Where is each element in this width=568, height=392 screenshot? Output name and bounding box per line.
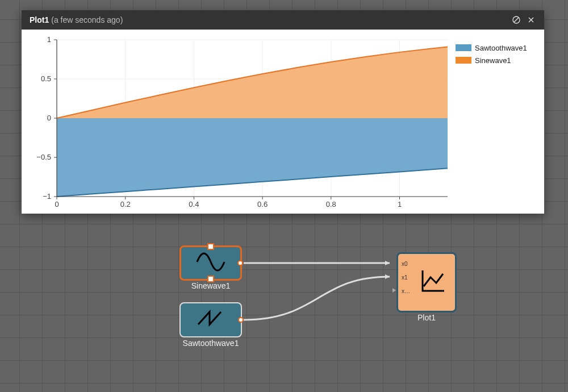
plot-icon — [417, 266, 448, 299]
sine-wave-icon — [195, 251, 227, 276]
chart-svg: 00.20.40.60.8110.50−0.5−1Sawtoothwave1Si… — [22, 30, 544, 214]
svg-text:−1: −1 — [43, 192, 51, 201]
input-port-x1-label: x1 — [402, 274, 408, 281]
svg-text:Sinewave1: Sinewave1 — [475, 56, 511, 65]
node-label: Sawtoothwave1 — [165, 339, 256, 348]
selection-handle-top[interactable] — [207, 243, 214, 250]
svg-text:0.4: 0.4 — [189, 200, 199, 208]
svg-text:0.8: 0.8 — [326, 200, 336, 208]
node-plot[interactable]: x0 x1 x… Plot1 — [396, 252, 457, 312]
panel-header[interactable]: Plot1 (a few seconds ago) — [22, 10, 544, 30]
node-sawtoothwave[interactable]: Sawtoothwave1 — [179, 302, 242, 337]
svg-text:0: 0 — [55, 200, 59, 208]
plot-panel[interactable]: Plot1 (a few seconds ago) 00.20.40.60.81… — [22, 10, 544, 214]
svg-text:Sawtoothwave1: Sawtoothwave1 — [475, 44, 527, 52]
svg-line-1 — [514, 18, 519, 22]
node-label: Sinewave1 — [165, 281, 256, 290]
input-port-xrest-label: x… — [402, 288, 410, 294]
svg-marker-43 — [385, 261, 390, 265]
svg-rect-39 — [456, 44, 471, 51]
node-label: Plot1 — [381, 313, 472, 322]
svg-text:0.2: 0.2 — [120, 200, 131, 208]
output-port[interactable] — [237, 260, 243, 266]
svg-marker-44 — [385, 274, 390, 279]
svg-text:1: 1 — [47, 35, 51, 44]
svg-text:1: 1 — [398, 200, 402, 208]
svg-text:0: 0 — [47, 114, 51, 122]
input-port-x0-label: x0 — [402, 261, 408, 267]
close-icon[interactable] — [524, 12, 538, 27]
chart-area[interactable]: 00.20.40.60.8110.50−0.5−1Sawtoothwave1Si… — [22, 30, 544, 214]
sawtooth-wave-icon — [195, 307, 227, 332]
output-port[interactable] — [238, 317, 244, 323]
node-sinewave[interactable]: Sinewave1 — [179, 245, 242, 281]
svg-text:0.6: 0.6 — [257, 200, 268, 208]
panel-title: Plot1 — [30, 15, 49, 24]
panel-subtitle: (a few seconds ago) — [51, 15, 123, 24]
svg-marker-45 — [392, 288, 396, 293]
disable-icon[interactable] — [509, 12, 524, 27]
svg-text:0.5: 0.5 — [41, 74, 51, 83]
svg-text:−0.5: −0.5 — [36, 153, 51, 161]
node-editor-canvas[interactable]: Plot1 (a few seconds ago) 00.20.40.60.81… — [0, 0, 568, 392]
svg-rect-41 — [456, 57, 471, 64]
